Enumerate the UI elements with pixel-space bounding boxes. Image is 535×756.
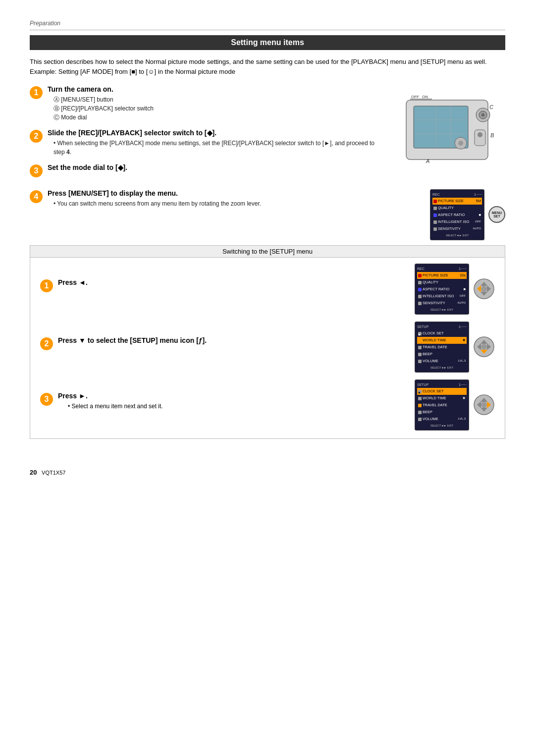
ms-aspect: ASPECT RATIO ■ [432,212,482,218]
step-4-right: REC 1┈┈┈ PICTURE SIZE 5M QUALITY ASPECT … [430,189,505,240]
ms-s2-vol-lbl: VOLUME [423,358,438,364]
footer-code: VQT1X57 [42,470,65,476]
ms-header-sub3: SETUP 1┈┈┈ [417,382,467,387]
svg-point-18 [458,141,463,146]
sub-step-3-left: 3 Press ►. • Select a menu item next and… [40,392,408,418]
ms-s1-icon4 [418,295,422,298]
step-1-block: 1 Turn the camera on. Ⓐ [MENU/SET] butto… [30,85,381,122]
step-4-sub: • You can switch menu screens from any m… [48,199,420,208]
step-1-sub-b: Ⓑ [REC]/[PLAYBACK] selector switch [54,104,381,113]
ms-s3-world-val: ★ [462,395,466,401]
ms-s2-icon1: ● [418,332,422,335]
ms-sensitivity-val: AUTO [473,226,481,231]
ms-header-rec4: REC 1┈┈┈ [432,192,482,197]
ms-iso-val: OFF [475,219,481,224]
ms-s1-sens-val: AUTO [457,301,466,306]
page-container: Preparation Setting menu items This sect… [30,20,505,476]
ms-s1-iso: INTELLIGENT ISO OFF [417,293,467,300]
ms-header-sub2: SETUP 1┈┈┈ [417,324,467,329]
ms-icon-quality [433,207,437,210]
sub-step-2-number: 2 [40,337,53,350]
sub-step-3-title: Press ►. [58,392,408,400]
ms-s3-vol: VOLUME LVL.3 [417,416,467,423]
switching-box-content: 1 Press ◄. REC 1┈┈┈ [30,258,505,438]
step-4-left: 4 Press [MENU/SET] to display the menu. … [30,189,420,215]
sub-step-1-content: Press ◄. [58,278,408,288]
sub-step-1-block: 1 Press ◄. [40,278,408,292]
dpad-sub3 [473,394,495,416]
switching-box: Switching to the [SETUP] menu 1 Press ◄. [30,245,505,439]
ms-picture-size-label: PICTURE SIZE [438,198,464,204]
sub-step-2-left: 2 Press ▼ to select the [SETUP] menu ico… [40,336,408,357]
ms-s1-qual-lbl: QUALITY [423,279,438,285]
ms-s1-icon3 [418,288,422,291]
step-2-sub-bullet: • When selecting the [PLAYBACK] mode men… [54,139,381,157]
step-2-title: Slide the [REC]/[PLAYBACK] selector swit… [48,129,381,137]
svg-text:C: C [489,104,493,110]
sub-step-3-row: 3 Press ►. • Select a menu item next and… [40,379,495,431]
ms-s1-sens-lbl: SENSITIVITY [423,300,445,306]
ms-footer-rec4: SELECT◄► EXIT [432,233,482,238]
ms-s3-icon1: ● [418,390,422,393]
step-4-sub-bullet: • You can switch menu screens from any m… [54,199,420,208]
step-1-sub: Ⓐ [MENU/SET] button Ⓑ [REC]/[PLAYBACK] s… [48,95,381,122]
sub-step-1-left: 1 Press ◄. [40,278,408,299]
dpad-sub1 [473,278,495,300]
step-1-sub-a: Ⓐ [MENU/SET] button [54,95,381,104]
intro-text: This section describes how to select the… [30,57,505,76]
step-3-block: 3 Set the mode dial to [◆]. [30,163,381,177]
ms-s1-sens: SENSITIVITY AUTO [417,300,467,307]
ms-sensitivity: SENSITIVITY AUTO [432,225,482,232]
ms-icon-iso [433,220,437,224]
ms-footer-s3: SELECT◄► EXIT [417,424,467,428]
menu-set-button-step4[interactable]: MENUSET [488,206,505,223]
ms-s3-vol-lbl: VOLUME [423,416,438,422]
step-3-content: Set the mode dial to [◆]. [48,163,381,173]
camera-svg: OFF ON C B A [396,85,500,167]
ms-s3-icon4 [418,411,422,414]
ms-s3-clock: ● CLOCK SET [417,388,467,395]
ms-s2-vol-val: LVL.3 [458,359,466,364]
ms-header-sub1: REC 1┈┈┈ [417,266,467,271]
ms-s2-world-lbl: WORLD TIME [423,337,446,343]
top-steps-section: 1 Turn the camera on. Ⓐ [MENU/SET] butto… [30,85,505,184]
ms-s3-beep: BEEP [417,409,467,416]
ms-page-s2: 1┈┈┈ [459,324,467,329]
ms-s1-icon1 [418,274,422,277]
ms-icon-aspect [433,214,437,217]
ms-s3-clock-lbl: CLOCK SET [423,388,444,394]
sub-step-2-title: Press ▼ to select the [SETUP] menu icon … [58,336,408,344]
sub-step-2-right: SETUP 1┈┈┈ ● CLOCK SET WORLD TIME ★ [415,322,495,373]
section-title: Setting menu items [30,35,505,50]
ms-picture-size-val: 5M [476,198,481,204]
sub-step-1-number: 1 [40,279,53,292]
svg-rect-14 [475,130,485,146]
ms-s2-clock-lbl: CLOCK SET [423,330,444,336]
ms-setup-label-s2: SETUP [417,324,428,329]
ms-s1-psize-lbl: PICTURE SIZE [423,272,448,278]
dpad-sub2 [473,336,495,358]
ms-s3-icon2 [418,397,422,400]
ms-setup-label-s3: SETUP [417,382,428,387]
sub-step-3-number: 3 [40,393,53,406]
top-steps-left: 1 Turn the camera on. Ⓐ [MENU/SET] butto… [30,85,381,184]
ms-s2-travel-lbl: TRAVEL DATE [423,344,447,350]
svg-text:OFF: OFF [411,95,419,99]
ms-iso-label: INTELLIGENT ISO [438,219,469,225]
ms-icon-sens [433,227,437,231]
ms-s1-iso-lbl: INTELLIGENT ISO [423,293,454,299]
ms-s1-quality: QUALITY [417,279,467,286]
ms-s1-asp-val: ■ [463,286,466,292]
ms-quality: QUALITY [432,205,482,212]
step-4-number: 4 [30,190,43,203]
ms-footer-s1: SELECT◄► EXIT [417,308,467,312]
svg-text:ON: ON [422,95,428,99]
ms-s1-psize-val: 10x [460,272,466,278]
ms-s1-iso-val: OFF [460,294,466,299]
camera-illustration-area: OFF ON C B A [391,85,505,184]
ms-s1-asp-lbl: ASPECT RATIO [423,286,449,292]
setup-menu-sub3: SETUP 1┈┈┈ ● CLOCK SET WORLD TIME ★ [415,379,469,431]
sub-step-3-block: 3 Press ►. • Select a menu item next and… [40,392,408,411]
ms-s3-world-lbl: WORLD TIME [423,395,446,401]
rec-menu-sub1: REC 1┈┈┈ PICTURE SIZE 10x QUALITY [415,264,469,315]
